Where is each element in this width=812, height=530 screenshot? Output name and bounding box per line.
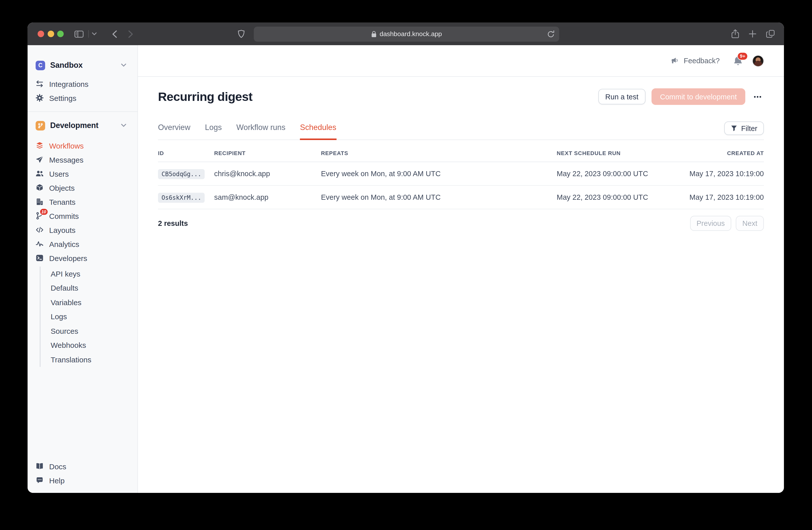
git-branch-icon: 10	[35, 212, 44, 220]
avatar[interactable]	[752, 55, 764, 67]
filter-label: Filter	[741, 124, 757, 132]
tab-overview-icon[interactable]	[766, 30, 775, 38]
column-header-id: ID	[158, 150, 214, 156]
more-options-button[interactable]	[751, 93, 764, 101]
sidebar-item-help[interactable]: Help	[28, 473, 137, 487]
reload-button[interactable]	[547, 29, 555, 38]
sidebar-item-settings[interactable]: Settings	[28, 91, 137, 105]
sidebar-subitem-defaults[interactable]: Defaults	[50, 281, 137, 295]
sidebar-item-layouts[interactable]: Layouts	[28, 223, 137, 237]
workflow-page: Recurring digest Run a test Commit to de…	[138, 77, 784, 231]
address-bar[interactable]: dashboard.knock.app	[254, 26, 559, 41]
sidebar-item-label: Objects	[49, 183, 75, 192]
workspace-switcher[interactable]: C Sandbox	[28, 58, 137, 72]
sidebar-item-messages[interactable]: Messages	[28, 153, 137, 167]
pagination: Previous Next	[690, 216, 764, 231]
funnel-icon	[731, 125, 737, 131]
cell-recipient: chris@knock.app	[214, 170, 321, 178]
titlebar-right-actions	[731, 23, 775, 45]
tab-schedules[interactable]: Schedules	[300, 123, 336, 140]
tab-logs[interactable]: Logs	[205, 123, 222, 140]
environment-switcher[interactable]: Development	[28, 118, 137, 132]
chat-bubble-icon	[35, 476, 44, 484]
commit-to-development-button[interactable]: Commit to development	[652, 88, 745, 105]
forward-button[interactable]	[128, 30, 133, 38]
sidebar-item-objects[interactable]: Objects	[28, 181, 137, 195]
sidebar-item-label: Users	[49, 169, 69, 178]
sidebar-subitem-translations[interactable]: Translations	[50, 352, 137, 367]
sidebar-item-label: Layouts	[49, 226, 75, 234]
page-title: Recurring digest	[158, 89, 252, 103]
filter-button[interactable]: Filter	[724, 122, 764, 135]
app-frame: C Sandbox In	[28, 45, 784, 493]
sidebar-subitem-webhooks[interactable]: Webhooks	[50, 338, 137, 352]
sidebar-subitem-logs[interactable]: Logs	[50, 309, 137, 324]
privacy-shield-icon[interactable]	[238, 30, 245, 38]
sidebar-item-docs[interactable]: Docs	[28, 459, 137, 473]
layers-icon	[35, 141, 44, 150]
minimize-window-button[interactable]	[47, 31, 54, 37]
run-a-test-button[interactable]: Run a test	[598, 89, 646, 104]
sidebar-item-label: Docs	[49, 462, 66, 471]
feedback-label: Feedback?	[684, 57, 720, 65]
sidebar-item-users[interactable]: Users	[28, 167, 137, 181]
cell-id: CB5odqGg...	[158, 170, 214, 178]
results-count: 2 results	[158, 219, 188, 227]
sidebar-item-label: Settings	[49, 94, 76, 102]
cell-recipient: sam@knock.app	[214, 193, 321, 201]
environment-name: Development	[50, 121, 98, 130]
column-header-created-at: Created at	[669, 150, 764, 156]
fullscreen-window-button[interactable]	[57, 31, 64, 37]
sidebar-item-commits[interactable]: 10 Commits	[28, 209, 137, 223]
table-row[interactable]: CB5odqGg... chris@knock.app Every week o…	[158, 162, 764, 186]
schedule-id-chip: Os6skXrM...	[158, 193, 205, 203]
sidebar: C Sandbox In	[28, 45, 138, 493]
screenshot-stage: dashboard.knock.app	[0, 0, 812, 530]
commits-count-badge: 10	[39, 208, 48, 215]
cell-next-schedule-run: May 22, 2023 09:00:00 UTC	[557, 193, 669, 201]
next-page-button[interactable]: Next	[736, 216, 764, 231]
browser-window: dashboard.knock.app	[28, 23, 784, 493]
sidebar-subitem-sources[interactable]: Sources	[50, 324, 137, 338]
sidebar-item-developers[interactable]: Developers	[28, 251, 137, 265]
cell-repeats: Every week on Mon, at 9:00 AM UTC	[321, 170, 557, 178]
notifications-button[interactable]: 9+	[733, 55, 743, 66]
cell-created-at: May 17, 2023 10:19:00	[669, 193, 764, 201]
cell-next-schedule-run: May 22, 2023 09:00:00 UTC	[557, 170, 669, 178]
browser-titlebar: dashboard.knock.app	[28, 23, 784, 45]
page-actions: Run a test Commit to development	[598, 88, 764, 105]
schedule-id-chip: CB5odqGg...	[158, 169, 205, 179]
sidebar-subitem-variables[interactable]: Variables	[50, 295, 137, 309]
new-tab-icon[interactable]	[749, 30, 756, 38]
column-header-repeats: Repeats	[321, 150, 557, 156]
tab-group-chevron-icon[interactable]	[92, 32, 97, 36]
workspace-nav: Integrations	[28, 77, 137, 105]
workspace-logo-icon: C	[35, 60, 45, 70]
cube-icon	[35, 184, 44, 192]
tab-workflow-runs[interactable]: Workflow runs	[236, 123, 285, 140]
chevron-down-icon	[121, 124, 126, 127]
table-footer: 2 results Previous Next	[158, 216, 764, 231]
sidebar-subitem-api-keys[interactable]: API keys	[50, 266, 137, 281]
share-icon[interactable]	[731, 29, 739, 39]
previous-page-button[interactable]: Previous	[690, 216, 731, 231]
column-header-recipient: Recipient	[214, 150, 321, 156]
sidebar-item-tenants[interactable]: Tenants	[28, 195, 137, 209]
titlebar-separator	[88, 30, 89, 38]
table-row[interactable]: Os6skXrM... sam@knock.app Every week on …	[158, 186, 764, 209]
book-icon	[35, 462, 44, 470]
back-button[interactable]	[112, 30, 117, 38]
sidebar-item-integrations[interactable]: Integrations	[28, 77, 137, 91]
users-icon	[35, 170, 44, 178]
paper-plane-icon	[35, 156, 44, 164]
close-window-button[interactable]	[38, 31, 44, 37]
lock-icon	[371, 30, 377, 37]
main-header: Feedback? 9+	[138, 45, 784, 77]
sidebar-item-analytics[interactable]: Analytics	[28, 237, 137, 251]
tab-overview[interactable]: Overview	[158, 123, 190, 140]
sidebar-toggle-icon[interactable]	[74, 30, 84, 38]
sidebar-item-workflows[interactable]: Workflows	[28, 139, 137, 153]
feedback-button[interactable]: Feedback?	[671, 57, 720, 65]
workspace-name: Sandbox	[50, 61, 83, 70]
swap-arrows-icon	[35, 80, 44, 88]
